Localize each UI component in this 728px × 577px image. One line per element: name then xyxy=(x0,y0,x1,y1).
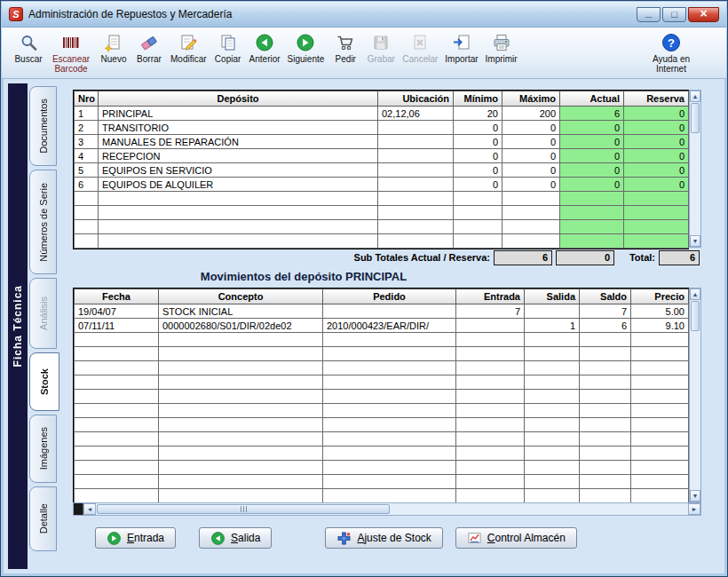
scroll-up-icon[interactable]: ▲ xyxy=(690,288,700,300)
scroll-down-icon[interactable]: ▼ xyxy=(690,235,700,247)
column-header[interactable]: Saldo xyxy=(580,289,631,304)
table-row[interactable]: 3MANUALES DE REPARACIÓN0000 xyxy=(75,135,689,149)
toolbar-borrar-button[interactable]: Borrar xyxy=(131,30,167,65)
column-header[interactable]: Ubicación xyxy=(378,91,454,107)
header-row: NroDepósitoUbicaciónMínimoMáximoActualRe… xyxy=(75,91,689,107)
column-header[interactable]: Fecha xyxy=(75,289,159,304)
scroll-thumb[interactable] xyxy=(691,301,700,331)
scroll-track[interactable] xyxy=(690,332,700,490)
table-row[interactable] xyxy=(75,333,689,347)
toolbar-nuevo-button[interactable]: Nuevo xyxy=(96,30,131,65)
salida-button[interactable]: Salida xyxy=(199,527,272,549)
table-row[interactable] xyxy=(75,220,689,234)
tab-numeros-de-serie[interactable]: Números de Serie xyxy=(29,170,57,274)
cell xyxy=(323,333,456,347)
scroll-right-icon[interactable]: ► xyxy=(688,503,700,515)
scroll-left-icon[interactable]: ◄ xyxy=(83,503,96,515)
table-row[interactable]: 4RECEPCION0000 xyxy=(75,149,689,163)
scroll-thumb[interactable] xyxy=(97,504,390,514)
column-header[interactable]: Precio xyxy=(631,289,689,304)
toolbar-importar-button[interactable]: Importar xyxy=(441,30,481,65)
toolbar-imprimir-button[interactable]: Imprimir xyxy=(482,30,521,65)
toolbar-cancelar-button[interactable]: Cancelar xyxy=(399,30,441,65)
subtotal-actual-box: 6 xyxy=(494,250,552,265)
column-header[interactable]: Máximo xyxy=(502,91,560,107)
table-row[interactable]: 19/04/07STOCK INICIAL775.00 xyxy=(75,304,689,319)
toolbar-escanear-barcode-button[interactable]: Escanear Barcode xyxy=(46,30,96,75)
tab-ficha-tecnica[interactable]: Ficha Técnica xyxy=(8,83,28,569)
close-icon[interactable] xyxy=(688,7,719,22)
table-row[interactable] xyxy=(75,234,689,249)
toolbar-anterior-button[interactable]: Anterior xyxy=(246,30,284,65)
toolbar-pedir-button[interactable]: Pedir xyxy=(328,30,363,65)
column-header[interactable]: Actual xyxy=(560,91,624,107)
movements-scrollbar[interactable]: ▲ ▼ xyxy=(689,288,701,502)
toolbar-grabar-button[interactable]: Grabar xyxy=(363,30,399,65)
scroll-thumb[interactable] xyxy=(691,103,700,133)
cell xyxy=(75,475,159,489)
column-header[interactable]: Pedido xyxy=(323,289,456,304)
cell: 6 xyxy=(75,178,99,192)
table-row[interactable]: 1PRINCIPAL02,12,062020060 xyxy=(75,107,689,121)
maximize-icon[interactable] xyxy=(662,7,686,22)
tab-documentos[interactable]: Documentos xyxy=(29,86,57,166)
grid-indicator xyxy=(74,503,83,515)
scroll-track[interactable] xyxy=(690,134,700,235)
table-row[interactable]: 07/11/110000002680/S01/DIR/02de022010/00… xyxy=(75,319,689,333)
table-row[interactable] xyxy=(75,418,689,432)
titlebar[interactable]: Administración de Repuestos y Mercadería xyxy=(2,2,726,28)
cart-icon xyxy=(336,31,355,53)
table-row[interactable] xyxy=(75,489,689,503)
tab-stock[interactable]: Stock xyxy=(29,352,59,411)
table-row[interactable] xyxy=(75,206,689,220)
toolbar-button-label: Anterior xyxy=(249,54,281,64)
tab-detalle[interactable]: Detalle xyxy=(29,486,57,551)
toolbar-ayuda-en-internet-button[interactable]: ?Ayuda en Internet xyxy=(646,30,696,75)
cell xyxy=(580,418,631,432)
toolbar-siguiente-button[interactable]: Siguiente xyxy=(284,30,328,65)
entrada-button[interactable]: Entrada xyxy=(95,527,176,549)
scroll-track[interactable] xyxy=(391,503,688,515)
table-row[interactable] xyxy=(75,432,689,447)
table-row[interactable] xyxy=(75,404,689,418)
cell: 6 xyxy=(580,319,631,333)
tab-label: Números de Serie xyxy=(38,183,49,262)
horizontal-scrollbar[interactable]: ◄ ► xyxy=(73,502,701,516)
tab-analisis[interactable]: Análisis xyxy=(29,278,57,349)
movements-title: Movimientos del depósito PRINCIPAL xyxy=(73,270,534,283)
table-row[interactable] xyxy=(75,475,689,489)
table-row[interactable] xyxy=(75,361,689,375)
column-header[interactable]: Reserva xyxy=(624,91,689,107)
scroll-up-icon[interactable]: ▲ xyxy=(690,91,700,102)
table-row[interactable] xyxy=(75,390,689,404)
minimize-icon[interactable] xyxy=(637,7,661,22)
table-row[interactable]: 5EQUIPOS EN SERVICIO0000 xyxy=(75,163,689,178)
table-row[interactable]: 6EQUIPOS DE ALQUILER0000 xyxy=(75,178,689,192)
toolbar-button-label: Buscar xyxy=(14,54,42,64)
cell xyxy=(502,234,560,249)
column-header[interactable]: Salida xyxy=(525,289,580,304)
table-row[interactable]: 2TRANSITORIO0000 xyxy=(75,121,689,135)
table-row[interactable] xyxy=(75,192,689,206)
column-header[interactable]: Nro xyxy=(75,91,99,107)
table-row[interactable] xyxy=(75,461,689,475)
table-row[interactable] xyxy=(75,347,689,361)
column-header[interactable]: Depósito xyxy=(99,91,378,107)
toolbar-button-label: Ayuda en Internet xyxy=(650,54,692,74)
table-row[interactable] xyxy=(75,447,689,461)
column-header[interactable]: Concepto xyxy=(159,289,323,304)
deposits-scrollbar[interactable]: ▲ ▼ xyxy=(689,90,701,248)
toolbar-modificar-button[interactable]: Modificar xyxy=(167,30,210,65)
table-row[interactable] xyxy=(75,375,689,390)
scroll-down-icon[interactable]: ▼ xyxy=(690,490,700,502)
tab-label: Detalle xyxy=(38,503,49,534)
column-header[interactable]: Entrada xyxy=(456,289,525,304)
toolbar-copiar-button[interactable]: Copiar xyxy=(210,30,246,65)
column-header[interactable]: Mínimo xyxy=(454,91,502,107)
toolbar-buscar-button[interactable]: Buscar xyxy=(11,30,46,65)
cell xyxy=(560,192,624,206)
cell: 0 xyxy=(454,149,502,163)
tab-imagenes[interactable]: Imágenes xyxy=(29,415,57,483)
ajuste-de-stock-button[interactable]: Ajuste de Stock xyxy=(325,527,442,549)
control-almacen-button[interactable]: Control Almacén xyxy=(455,527,577,549)
